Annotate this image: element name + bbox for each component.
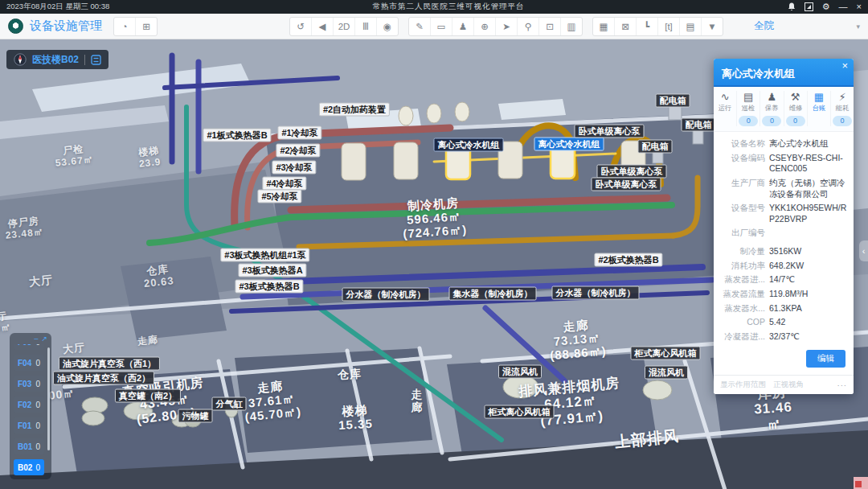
panorama-icon[interactable]: ▭ [431, 18, 452, 35]
equipment-label[interactable]: 柜式离心风机箱 [631, 347, 701, 360]
equipment-label[interactable]: 离心式冷水机组 [434, 138, 504, 152]
floor-item-b01[interactable]: B010 [14, 438, 44, 454]
search-icon[interactable]: ⚲ [518, 18, 539, 35]
equipment-label[interactable]: 柜式离心风机箱 [485, 405, 555, 419]
floor-item-b02[interactable]: B020 [14, 459, 44, 475]
expand-floor-panel-icon[interactable]: ↗ [41, 335, 47, 343]
device-field: 制冷量3516KW [719, 246, 847, 257]
floor-count-badge: 0 [35, 442, 40, 451]
equipment-label[interactable]: #2板式换热器B [594, 253, 662, 267]
floor-label: B02 [18, 463, 32, 472]
equipment-label[interactable]: 配电箱 [638, 140, 673, 154]
equipment-label[interactable]: #1板式换热器B [203, 129, 271, 142]
hospital-logo [8, 18, 23, 34]
floor-item-f03[interactable]: F030 [14, 376, 44, 392]
equipment-label[interactable]: #4冷却泵 [262, 177, 306, 191]
equipment-label[interactable]: 污物罐 [178, 409, 213, 423]
equipment-label[interactable]: 油式旋片真空泵（西2） [53, 372, 154, 385]
equipment-label[interactable]: 分气缸 [212, 397, 247, 411]
2d-mode-icon[interactable]: 2D [334, 18, 355, 35]
compass-icon[interactable] [14, 53, 27, 66]
equipment-label[interactable]: #3板式换热器A [238, 264, 306, 277]
close-icon[interactable]: × [841, 60, 848, 72]
equipment-label[interactable]: 分水器（制冷机房） [552, 286, 640, 300]
equipment-label[interactable]: 真空罐（南2） [115, 389, 181, 403]
pipeline-icon[interactable]: ┗ [637, 18, 658, 35]
tab-保养[interactable]: ♟保养0 [760, 91, 783, 126]
equipment-label[interactable]: 卧式单级离心泵 [592, 178, 661, 191]
floor-item-f01[interactable]: F010 [14, 417, 44, 434]
device-field: COP5.42 [719, 317, 847, 328]
building-name[interactable]: 医技楼B02 [32, 53, 79, 67]
floor-label: F04 [18, 359, 31, 368]
3d-viewport[interactable]: #1板式换热器B#2自动加药装置#1冷却泵#2冷却泵#3冷却泵#4冷却泵#5冷却… [0, 39, 868, 489]
equipment-label[interactable]: 集水器（制冷机房） [449, 287, 537, 301]
show-range-toggle[interactable]: 显示作用范围 [720, 380, 766, 390]
equipment-label[interactable]: 卧式单级离心泵 [575, 125, 645, 138]
floor-list-icon[interactable] [91, 55, 101, 65]
device-field: 生产厂商约克（无锡）空调冷冻设备有限公司 [719, 178, 847, 199]
close-window-button[interactable]: × [857, 2, 862, 11]
grid-menu-icon[interactable]: ⊞ [136, 18, 157, 35]
pill-divider [84, 55, 85, 65]
equipment-label[interactable]: #3冷却泵 [272, 161, 316, 175]
equipment-label[interactable]: #2冷却泵 [276, 144, 320, 158]
screenshot-icon[interactable] [805, 2, 813, 11]
equipment-label[interactable]: #1冷却泵 [277, 126, 321, 140]
measure-icon[interactable]: ✎ [409, 18, 431, 35]
tab-巡检[interactable]: ▤巡检0 [736, 91, 760, 126]
panel-collapse-handle[interactable]: ‹ [859, 240, 868, 261]
stats-icon[interactable]: ▥ [561, 18, 582, 35]
tab-运行[interactable]: ∿运行0 [714, 91, 736, 126]
notification-bell-icon[interactable] [788, 2, 796, 11]
schedule-icon[interactable]: ▤ [680, 18, 702, 35]
campus-selector[interactable]: 全院 [754, 19, 774, 33]
equipment-label[interactable]: 配电箱 [656, 94, 690, 108]
tab-台账[interactable]: ▦台账0 [807, 91, 830, 126]
floor-item-f04[interactable]: F040 [14, 355, 44, 371]
equipment-label-selected[interactable]: 离心式冷水机组 [534, 138, 604, 151]
tab-维修[interactable]: ⚒维修0 [784, 91, 807, 126]
visibility-icon[interactable]: ◉ [377, 18, 398, 35]
person-icon[interactable]: ♟ [452, 18, 474, 35]
field-value: YKK1KOH95EWH/RP22BVRP [769, 203, 847, 224]
unit-box-icon[interactable]: ⊠ [615, 18, 637, 35]
more-options-icon[interactable]: ··· [837, 380, 848, 389]
field-label: 出厂编号 [719, 228, 765, 239]
reset-view-icon[interactable]: ↺ [290, 18, 312, 35]
collapse-floor-panel-icon[interactable]: – [34, 335, 38, 343]
filter-icon[interactable]: ▼ [702, 18, 723, 35]
back-icon[interactable]: ◀ [312, 18, 334, 35]
layers-icon[interactable]: Ⅲ [355, 18, 377, 35]
pie-chart-icon[interactable]: ◔ [114, 18, 136, 35]
floor-item-f05[interactable]: F050 [14, 344, 44, 350]
settings-gear-icon[interactable]: ⚙ [822, 2, 830, 11]
globe-icon[interactable]: ⊕ [474, 18, 496, 35]
edit-button[interactable]: 编辑 [806, 350, 845, 368]
field-value: 14/7℃ [769, 274, 795, 286]
equipment-label[interactable]: 混流风机 [645, 366, 688, 380]
equipment-label[interactable]: #3板式换热器B [235, 280, 303, 294]
equipment-label[interactable]: 油式旋片真空泵（西1） [59, 357, 160, 371]
chevron-down-icon[interactable]: ▾ [856, 23, 860, 31]
device-field: 设备型号YKK1KOH95EWH/RP22BVRP [719, 203, 847, 224]
tag-icon[interactable]: [t] [658, 18, 680, 35]
equipment-label[interactable]: 配电箱 [682, 118, 716, 132]
cctv-camera-icon[interactable]: ➤ [496, 18, 518, 35]
floor-item-f02[interactable]: F020 [14, 397, 44, 413]
equipment-label[interactable]: 卧式单级离心泵 [597, 165, 667, 179]
front-view-toggle[interactable]: 正视视角 [773, 380, 804, 390]
building-selector[interactable]: 医技楼B02 [6, 50, 108, 69]
equipment-label[interactable]: 分水器（制冷机房） [342, 288, 430, 302]
tab-能耗[interactable]: ⚡能耗0 [830, 91, 854, 126]
equipment-label[interactable]: #5冷却泵 [257, 190, 301, 203]
equipment-label[interactable]: #3板式换热机组#1泵 [220, 249, 309, 262]
minimize-button[interactable]: — [839, 2, 848, 11]
equipment-label[interactable]: #2自动加药装置 [319, 103, 390, 117]
table-icon[interactable]: ▦ [593, 18, 615, 35]
tab-label: 台账 [809, 104, 829, 113]
floor-label: F01 [18, 421, 31, 430]
edit-icon[interactable]: ⊡ [539, 18, 561, 35]
floor-panel-scrollbar[interactable] [47, 347, 50, 450]
equipment-label[interactable]: 混流风机 [498, 365, 542, 379]
